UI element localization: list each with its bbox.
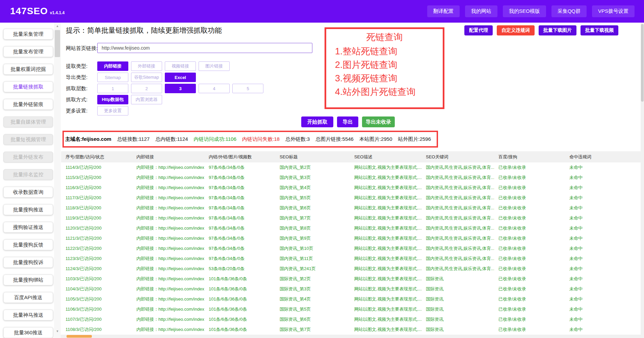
sidebar-item-11[interactable]: 批量搜狗推送 [3, 204, 53, 215]
cell-index-status: 已收录/未收录 [494, 264, 565, 274]
cell-index-status: 已收录/未收录 [494, 223, 565, 233]
nav-item-3[interactable]: 我的SEO模版 [503, 5, 546, 17]
table-row[interactable]: 1118/3/已访问/200内部链接：http://feijiseo.com/i… [61, 203, 641, 213]
sidebar-item-4[interactable]: 批量链接抓取 [3, 81, 53, 92]
column-header-seo-title: SEO标题 [275, 151, 350, 162]
annotation-line-2: 2.图片死链查询 [335, 58, 443, 72]
option-button[interactable]: 谷歌Sitemap [131, 73, 162, 82]
horizontal-scroll-thumb[interactable] [67, 335, 92, 338]
table-row[interactable]: 1108/3/已访问/200内部链接：http://feijiseo.com/i… [61, 324, 641, 335]
cell-link-counts: 97条/6条/34条/0条 [204, 233, 275, 243]
cell-violation: 未命中 [565, 183, 641, 193]
cell-violation: 未命中 [565, 254, 641, 264]
sidebar-item-2[interactable]: 批量发布管理 [3, 46, 53, 57]
sidebar-item-18[interactable]: 批量360推送 [3, 327, 53, 338]
option-button[interactable]: Sitemap [97, 73, 128, 82]
cell-seo-desc: 网站以图文,视频为主要表现形式,... [350, 203, 421, 213]
toolbar-button-3[interactable]: 批量下载图片 [539, 25, 576, 35]
page-scroll-thumb[interactable] [641, 24, 644, 102]
cell-index-status: 已收录/未收录 [494, 162, 565, 173]
action-button-2[interactable]: 导出 [337, 116, 358, 127]
nav-item-4[interactable]: 采集QQ群 [551, 5, 587, 17]
stat-item: 站外图片:2596 [398, 136, 431, 142]
cell-seo-title: 国内资讯_第241页 [275, 264, 350, 274]
toolbar-button-2[interactable]: 自定义违规词 [497, 25, 535, 35]
cell-seo-keywords: 国内资讯,民生资讯,娱乐资讯,体育... [421, 233, 494, 243]
sidebar-item-5[interactable]: 批量外链留痕 [3, 99, 53, 110]
horizontal-scrollbar[interactable] [61, 335, 641, 338]
option-button[interactable]: 更多设置 [97, 106, 128, 115]
option-button[interactable]: 3 [165, 84, 196, 93]
sidebar-item-13[interactable]: 批量搜狗反馈 [3, 239, 53, 250]
option-button[interactable]: 2 [131, 84, 162, 93]
table-row[interactable]: 1107/3/已访问/200内部链接：http://feijiseo.com/i… [61, 314, 641, 324]
option-button[interactable]: 1 [97, 84, 128, 93]
cell-violation: 未命中 [565, 304, 641, 314]
cell-seo-keywords: 国内资讯,民生资讯,娱乐资讯,体育... [421, 203, 494, 213]
nav-item-5[interactable]: VPS拨号设置 [592, 5, 635, 17]
cell-internal-link: 内部链接：http://feijiseo.com/index.ph| [132, 274, 204, 284]
cell-violation: 未命中 [565, 203, 641, 213]
cell-violation: 未命中 [565, 264, 641, 274]
sidebar-item-12[interactable]: 搜狗验证推送 [3, 222, 53, 233]
cell-seo-desc: 网站以图文,视频为主要表现形式,... [350, 213, 421, 223]
content-vertical-scrollbar[interactable]: ▲ ▼ [54, 23, 61, 338]
table-row[interactable]: 1116/3/已访问/200内部链接：http://feijiseo.com/i… [61, 183, 641, 193]
nav-item-2[interactable]: 我的网站 [465, 5, 497, 17]
page-vertical-scrollbar[interactable] [641, 23, 644, 338]
cell-seo-desc: 网站以图文,视频为主要表现形式,... [350, 304, 421, 314]
table-row[interactable]: 1120/3/已访问/200内部链接：http://feijiseo.com/i… [61, 223, 641, 233]
annotation-lines: 1.整站死链查询2.图片死链查询3.视频死链查询4.站外图片死链查询 [326, 45, 443, 99]
header-nav: 翻译配置我的网站我的SEO模版采集QQ群VPS拨号设置 [427, 5, 635, 17]
option-button[interactable]: 图片链接 [199, 61, 230, 71]
toolbar-button-1[interactable]: 配置代理 [464, 25, 493, 35]
action-button-1[interactable]: 开始抓取 [301, 116, 333, 127]
table-row[interactable]: 1105/3/已访问/200内部链接：http://feijiseo.com/i… [61, 294, 641, 304]
option-button[interactable]: 视频链接 [165, 61, 196, 71]
option-group: 更多设置 [97, 106, 128, 115]
scroll-up-icon[interactable]: ▲ [54, 23, 61, 29]
cell-link-counts: 97条/6条/34条/0条 [204, 162, 275, 173]
table-row[interactable]: 1103/3/已访问/200内部链接：http://feijiseo.com/i… [61, 274, 641, 284]
form-row-1: 提取类型:内部链接外部链接视频链接图片链接 [66, 61, 230, 71]
scroll-down-icon[interactable]: ▼ [54, 329, 61, 334]
option-button[interactable]: Excel [165, 73, 196, 82]
table-row[interactable]: 1104/3/已访问/200内部链接：http://feijiseo.com/i… [61, 284, 641, 294]
cell-seo-title: 国内资讯_第10页 [275, 243, 350, 254]
sidebar-item-3[interactable]: 批量权重词挖掘 [3, 64, 53, 75]
sidebar-item-17[interactable]: 批量神马推送 [3, 310, 53, 320]
option-button[interactable]: Http数据包 [97, 95, 128, 104]
cell-seo-keywords: 国内资讯,民生资讯,娱乐资讯,体育... [421, 213, 494, 223]
action-button-3[interactable]: 导出未收录 [362, 116, 395, 127]
option-button[interactable]: 外部链接 [131, 61, 162, 71]
cell-seo-title: 国际资讯_第4页 [275, 294, 350, 304]
vertical-scroll-thumb[interactable] [55, 30, 60, 57]
table-row[interactable]: 1122/3/已访问/200内部链接：http://feijiseo.com/i… [61, 243, 641, 254]
sidebar-item-10[interactable]: 收录数据查询 [3, 187, 53, 198]
table-row[interactable]: 1115/3/已访问/200内部链接：http://feijiseo.com/i… [61, 173, 641, 183]
sidebar-item-14[interactable]: 批量搜狗投诉 [3, 257, 53, 268]
option-button[interactable]: 内置浏览器 [131, 95, 162, 104]
homepage-url-input[interactable] [97, 43, 312, 53]
sidebar-item-16[interactable]: 百度API推送 [3, 292, 53, 303]
table-row[interactable]: 1114/3/已访问/200内部链接：http://feijiseo.com/i… [61, 162, 641, 173]
cell-internal-link: 内部链接：http://feijiseo.com/index.ph| [132, 173, 204, 183]
option-button[interactable]: 4 [199, 84, 230, 93]
cell-seo-keywords: 国内资讯,民生资讯,娱乐资讯,体育... [421, 243, 494, 254]
crawl-stats-bar: 主域名:feijiseo.com总链接数:1127总内链数:1124内链访问成功… [62, 131, 438, 148]
nav-item-1[interactable]: 翻译配置 [427, 5, 460, 17]
table-row[interactable]: 1124/3/已访问/200内部链接：http://feijiseo.com/i… [61, 264, 641, 274]
cell-seo-desc: 网站以图文,视频为主要表现形式,... [350, 162, 421, 173]
option-button[interactable]: 内部链接 [97, 61, 128, 71]
table-row[interactable]: 1119/3/已访问/200内部链接：http://feijiseo.com/i… [61, 213, 641, 223]
toolbar-button-4[interactable]: 批量下载视频 [581, 25, 618, 35]
table-row[interactable]: 1117/3/已访问/200内部链接：http://feijiseo.com/i… [61, 193, 641, 203]
table-row[interactable]: 1123/3/已访问/200内部链接：http://feijiseo.com/i… [61, 254, 641, 264]
option-button[interactable]: 5 [232, 84, 263, 93]
table-row[interactable]: 1106/3/已访问/200内部链接：http://feijiseo.com/i… [61, 304, 641, 314]
cell-index-status: 已收录/未收录 [494, 324, 565, 335]
sidebar-item-1[interactable]: 批量采集管理 [3, 29, 53, 40]
stat-item: 内链访问失败:18 [242, 136, 280, 142]
sidebar-item-15[interactable]: 批量搜狗绑站 [3, 275, 53, 285]
table-row[interactable]: 1121/3/已访问/200内部链接：http://feijiseo.com/i… [61, 233, 641, 243]
